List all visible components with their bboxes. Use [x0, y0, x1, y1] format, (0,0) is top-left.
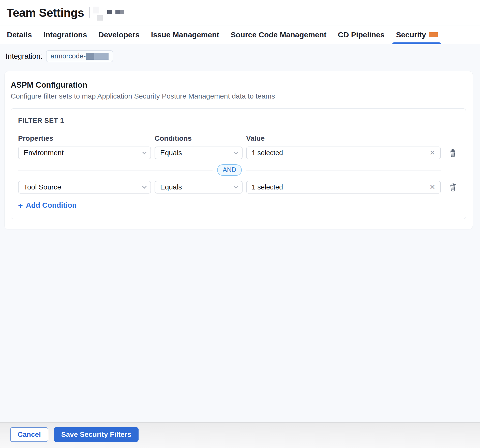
plus-icon: + [18, 201, 23, 210]
conditions-column-header: Conditions [155, 134, 243, 142]
filter-row: Tool Source Equals 1 selected ✕ [18, 181, 459, 194]
tab-label: Details [7, 30, 32, 39]
value-selected-text: 1 selected [252, 183, 283, 191]
chevron-down-icon [234, 184, 238, 189]
redacted-block [115, 10, 124, 14]
tab-label: Integrations [43, 30, 87, 39]
tab-issue-management[interactable]: Issue Management [151, 25, 219, 44]
page-title: Team Settings [7, 6, 84, 20]
chevron-down-icon [142, 184, 147, 189]
tab-label: Security [396, 30, 426, 39]
cancel-button[interactable]: Cancel [10, 427, 48, 442]
redacted-block [107, 10, 112, 14]
footer-bar: Cancel Save Security Filters [0, 422, 480, 448]
property-select[interactable]: Tool Source [18, 181, 151, 194]
value-multiselect[interactable]: 1 selected ✕ [246, 147, 441, 159]
add-condition-label: Add Condition [26, 201, 77, 210]
redacted-chip-value [86, 53, 109, 60]
tab-label: Issue Management [151, 30, 219, 39]
condition-select-value: Equals [160, 183, 182, 191]
integration-chip-text: armorcode- [51, 52, 86, 60]
aspm-title: ASPM Configuration [11, 81, 466, 90]
add-condition-button[interactable]: + Add Condition [18, 201, 77, 210]
clear-icon[interactable]: ✕ [429, 183, 436, 191]
page: Team Settings Details Integrations Devel… [0, 0, 480, 448]
tab-label: Developers [98, 30, 140, 39]
chevron-down-icon [142, 150, 147, 154]
property-select[interactable]: Environment [18, 147, 151, 159]
filter-row: Environment Equals 1 selected ✕ [18, 147, 459, 159]
title-divider [89, 7, 89, 18]
tab-details[interactable]: Details [7, 25, 32, 44]
trash-icon [449, 148, 457, 157]
tab-label: Source Code Management [231, 30, 326, 39]
and-divider: AND [18, 164, 459, 176]
integration-chip[interactable]: armorcode- [46, 50, 113, 62]
redacted-block [93, 7, 99, 13]
condition-select-value: Equals [160, 149, 182, 157]
tab-integrations[interactable]: Integrations [43, 25, 87, 44]
value-multiselect[interactable]: 1 selected ✕ [246, 181, 441, 194]
tab-developers[interactable]: Developers [98, 25, 140, 44]
redacted-block [97, 15, 103, 21]
value-column-header: Value [246, 134, 441, 142]
filter-column-headers: Properties Conditions Value [18, 134, 459, 142]
tab-source-code-management[interactable]: Source Code Management [231, 25, 326, 44]
delete-condition-button[interactable] [447, 183, 459, 192]
condition-select[interactable]: Equals [155, 147, 243, 159]
chevron-down-icon [234, 150, 238, 154]
tab-cd-pipelines[interactable]: CD Pipelines [338, 25, 384, 44]
and-pill: AND [217, 164, 242, 176]
trash-icon [449, 183, 457, 192]
integration-row: Integration: armorcode- [6, 50, 473, 62]
save-button[interactable]: Save Security Filters [54, 427, 139, 442]
value-selected-text: 1 selected [252, 149, 283, 157]
tab-bar: Details Integrations Developers Issue Ma… [0, 25, 480, 44]
delete-condition-button[interactable] [447, 148, 459, 157]
integration-label: Integration: [6, 52, 42, 60]
clear-icon[interactable]: ✕ [429, 149, 436, 157]
page-header: Team Settings [0, 0, 480, 25]
tab-security[interactable]: Security [396, 25, 438, 44]
content-area: Integration: armorcode- ASPM Configurati… [0, 44, 480, 422]
aspm-subtitle: Configure filter sets to map Application… [11, 92, 466, 100]
properties-column-header: Properties [18, 134, 151, 142]
filter-set-title: FILTER SET 1 [18, 117, 459, 125]
filter-set-card: FILTER SET 1 Properties Conditions Value… [11, 108, 466, 219]
property-select-value: Environment [24, 149, 64, 157]
aspm-configuration-card: ASPM Configuration Configure filter sets… [5, 71, 473, 229]
condition-select[interactable]: Equals [155, 181, 243, 194]
redacted-badge [429, 32, 438, 37]
tab-label: CD Pipelines [338, 30, 384, 39]
property-select-value: Tool Source [24, 183, 61, 191]
